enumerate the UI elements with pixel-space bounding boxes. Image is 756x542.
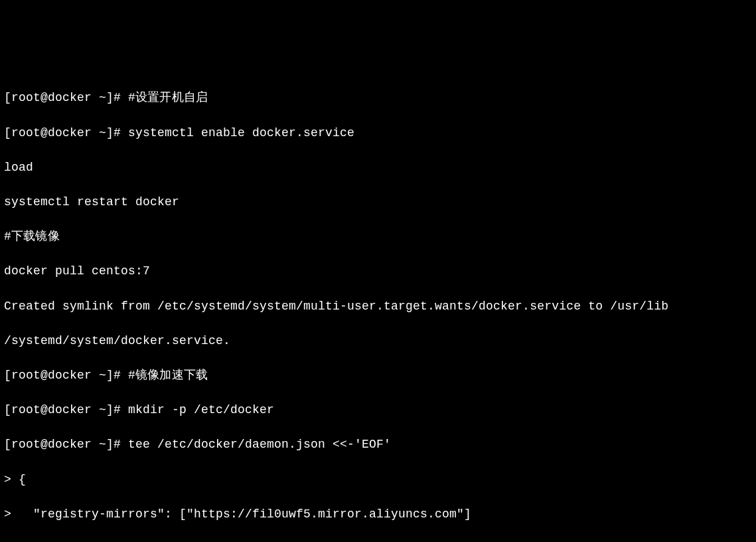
cont-prompt: >	[4, 507, 19, 521]
terminal[interactable]: [root@docker ~]# #设置开机自启 [root@docker ~]…	[4, 72, 752, 542]
command-text: mkdir -p /etc/docker	[128, 403, 274, 416]
prompt: [root@docker ~]#	[4, 91, 128, 104]
output-line: docker pull centos:7	[4, 262, 752, 280]
cmd-line: [root@docker ~]# mkdir -p /etc/docker	[4, 401, 752, 418]
cmd-line: [root@docker ~]# systemctl enable docker…	[4, 124, 752, 141]
cmd-line: [root@docker ~]# tee /etc/docker/daemon.…	[4, 436, 752, 453]
cont-prompt: >	[4, 473, 19, 486]
cmd-line: [root@docker ~]# #镜像加速下载	[4, 367, 752, 384]
heredoc-line: > {	[4, 471, 752, 488]
heredoc-text: {	[19, 473, 26, 486]
prompt: [root@docker ~]#	[4, 438, 128, 451]
command-text: tee /etc/docker/daemon.json <<-'EOF'	[128, 438, 391, 451]
cmd-line: [root@docker ~]# #设置开机自启	[4, 89, 752, 106]
heredoc-text: "registry-mirrors": ["https://fil0uwf5.m…	[19, 507, 471, 521]
prompt: [root@docker ~]#	[4, 369, 128, 382]
prompt: [root@docker ~]#	[4, 126, 128, 139]
output-line: #下载镜像	[4, 228, 752, 245]
output-line: systemctl restart docker	[4, 193, 752, 211]
prompt: [root@docker ~]#	[4, 403, 128, 416]
command-text: systemctl enable docker.service	[128, 126, 354, 139]
command-text: #镜像加速下载	[128, 369, 208, 382]
output-line: Created symlink from /etc/systemd/system…	[4, 298, 752, 315]
command-text: #设置开机自启	[128, 91, 208, 104]
output-line: /systemd/system/docker.service.	[4, 332, 752, 349]
heredoc-line: > "registry-mirrors": ["https://fil0uwf5…	[4, 505, 752, 523]
output-line: load	[4, 159, 752, 176]
